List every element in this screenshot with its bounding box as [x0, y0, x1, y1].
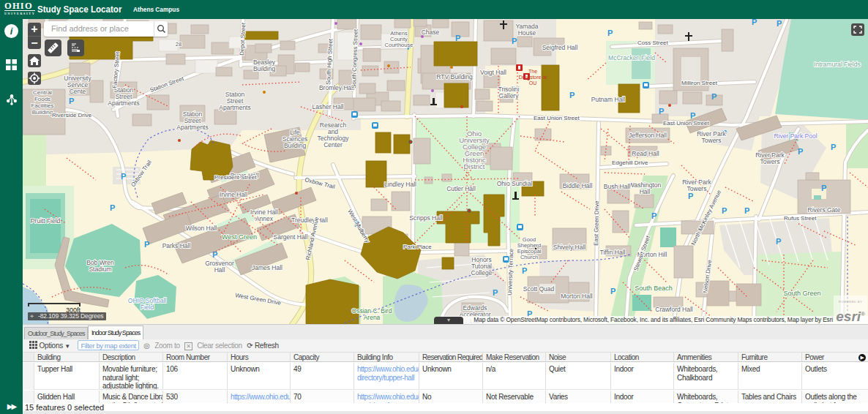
svg-text:P: P	[522, 266, 527, 275]
svg-text:Morton Hall: Morton Hall	[561, 293, 593, 300]
svg-text:McCracken Field: McCracken Field	[608, 54, 655, 61]
svg-text:District: District	[463, 162, 484, 170]
svg-text:East Union Street: East Union Street	[534, 115, 580, 121]
svg-text:P: P	[455, 34, 460, 42]
svg-text:South Green: South Green	[783, 290, 820, 297]
svg-text:Voigt Hall: Voigt Hall	[480, 69, 506, 76]
svg-text:Central: Central	[33, 89, 52, 96]
svg-text:Park Place: Park Place	[403, 244, 432, 250]
svg-text:Towers: Towers	[687, 185, 707, 192]
svg-text:Courthouse: Courthouse	[385, 42, 414, 48]
svg-text:P: P	[144, 240, 149, 249]
svg-text:Biddle Hall: Biddle Hall	[563, 182, 593, 189]
svg-text:Apartments: Apartments	[176, 124, 208, 131]
svg-text:Irvine Hall: Irvine Hall	[220, 191, 247, 198]
svg-text:Drugstore at: Drugstore at	[519, 75, 547, 80]
svg-text:Riverside Drive: Riverside Drive	[52, 112, 92, 118]
svg-text:Crawford Hall: Crawford Hall	[655, 306, 693, 313]
svg-text:Tiffin Hall: Tiffin Hall	[600, 249, 626, 256]
svg-text:Bush Hall: Bush Hall	[604, 183, 630, 190]
svg-text:House: House	[518, 29, 536, 37]
svg-text:Read Hall: Read Hall	[632, 150, 659, 157]
svg-text:Scripps Hall: Scripps Hall	[409, 214, 442, 222]
svg-text:Hall: Hall	[640, 188, 651, 195]
svg-text:P: P	[651, 211, 656, 220]
svg-text:College: College	[471, 269, 493, 276]
svg-text:East Union Street: East Union Street	[663, 120, 709, 127]
svg-text:Wilson Hall: Wilson Hall	[186, 225, 217, 232]
svg-text:P: P	[821, 184, 826, 192]
svg-text:P: P	[711, 92, 717, 101]
svg-text:P: P	[493, 288, 498, 297]
svg-text:i: i	[10, 26, 13, 37]
svg-text:Shively Hall: Shively Hall	[553, 244, 586, 251]
svg-text:Scott Quad: Scott Quad	[523, 285, 555, 293]
svg-text:East Green Drive: East Green Drive	[593, 200, 600, 246]
svg-text:Arena: Arena	[364, 314, 381, 321]
svg-text:P: P	[121, 172, 126, 181]
svg-text:Pruitt Field: Pruitt Field	[31, 217, 61, 225]
svg-text:The: The	[528, 69, 537, 74]
svg-text:Cutler Hall: Cutler Hall	[446, 185, 476, 192]
svg-text:P: P	[110, 203, 115, 212]
svg-text:P: P	[212, 250, 217, 259]
svg-text:Edgehill Drive: Edgehill Drive	[612, 159, 648, 166]
svg-text:P: P	[798, 147, 803, 156]
svg-text:West Green: West Green	[222, 233, 257, 241]
svg-text:Apartments: Apartments	[108, 99, 139, 107]
svg-text:Lindley Hall: Lindley Hall	[384, 181, 416, 188]
svg-text:Gallery: Gallery	[499, 92, 520, 99]
svg-text:Building: Building	[32, 109, 53, 116]
svg-text:James Hall: James Hall	[252, 264, 283, 271]
svg-text:Putnam Hall: Putnam Hall	[591, 96, 625, 103]
svg-text:Stadium: Stadium	[89, 266, 111, 273]
svg-text:P: P	[831, 143, 836, 151]
svg-text:Sargent Hall: Sargent Hall	[274, 233, 308, 241]
svg-text:Church: Church	[520, 254, 538, 260]
svg-text:Field: Field	[141, 304, 154, 311]
svg-text:Rivers Gate: Rivers Gate	[808, 206, 841, 214]
svg-text:Milliron Street: Milliron Street	[681, 80, 718, 86]
svg-text:P: P	[569, 91, 575, 99]
svg-text:P: P	[688, 192, 693, 200]
svg-text:Treudley Hall: Treudley Hall	[291, 217, 328, 224]
svg-text:Chase: Chase	[422, 29, 440, 36]
svg-text:Seigfred Hall: Seigfred Hall	[542, 44, 578, 51]
svg-text:OU: OU	[529, 80, 537, 86]
svg-text:P: P	[776, 237, 781, 246]
svg-text:Annex: Annex	[255, 215, 274, 222]
svg-text:P: P	[722, 206, 727, 215]
svg-text:River Park Pool: River Park Pool	[774, 132, 817, 140]
svg-text:Foods: Foods	[34, 96, 50, 102]
svg-text:Building: Building	[284, 142, 307, 149]
svg-text:President Street: President Street	[214, 174, 257, 181]
svg-text:Facilities: Facilities	[31, 102, 53, 109]
svg-text:Cente: Cente	[70, 88, 86, 95]
svg-text:P: P	[752, 19, 757, 26]
svg-text:Towers: Towers	[702, 137, 722, 144]
svg-text:P: P	[690, 111, 695, 120]
svg-text:Center: Center	[323, 141, 343, 148]
svg-text:P: P	[607, 29, 613, 37]
svg-text:Coss Street: Coss Street	[637, 39, 669, 46]
svg-text:P: P	[744, 206, 749, 215]
svg-text:P: P	[69, 97, 74, 105]
svg-text:Towers: Towers	[760, 158, 780, 165]
svg-text:Rufus Street: Rufus Street	[784, 215, 817, 222]
svg-text:P: P	[610, 287, 616, 296]
svg-text:Ohio Sundial: Ohio Sundial	[497, 180, 533, 187]
svg-text:Intramural Fields: Intramural Fields	[814, 61, 860, 68]
svg-text:Hall: Hall	[214, 266, 225, 274]
svg-text:Jefferson Hall: Jefferson Hall	[629, 132, 667, 139]
svg-text:Parks Hall: Parks Hall	[162, 242, 191, 249]
svg-text:RTV Building: RTV Building	[436, 73, 473, 80]
svg-text:Lasher Hall: Lasher Hall	[313, 103, 344, 110]
svg-text:South Beach: South Beach	[635, 285, 673, 292]
svg-text:Apartments: Apartments	[219, 104, 250, 111]
svg-text:P: P	[512, 37, 517, 45]
svg-text:P: P	[659, 107, 664, 116]
svg-text:28: 28	[176, 41, 182, 48]
svg-text:P: P	[777, 19, 782, 28]
svg-text:Building: Building	[253, 65, 276, 72]
